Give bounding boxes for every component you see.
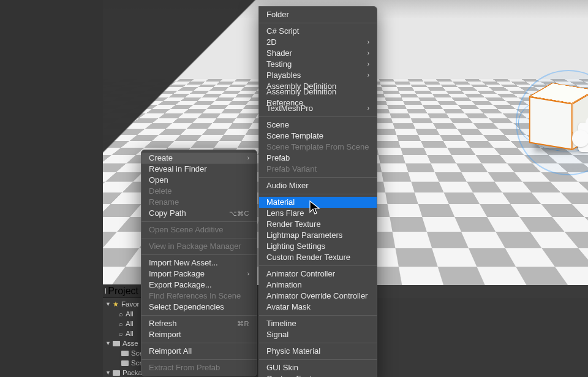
menu-separator <box>141 359 257 360</box>
menu-item[interactable]: Select Dependencies <box>141 302 257 313</box>
menu-item[interactable]: Playables› <box>259 70 377 81</box>
menu-item-label: Select Dependencies <box>149 302 224 313</box>
menu-separator <box>259 116 377 117</box>
project-tab-bar: Project <box>103 284 141 298</box>
menu-item: Open Scene Additive <box>141 224 257 235</box>
menu-item-label: Physic Material <box>266 346 320 357</box>
menu-item-label: Playables <box>266 70 301 81</box>
menu-separator <box>259 265 377 266</box>
menu-item-label: Reveal in Finder <box>149 164 207 175</box>
menu-separator <box>259 359 377 360</box>
menu-item[interactable]: GUI Skin <box>259 362 377 373</box>
menu-separator <box>141 238 257 238</box>
menu-item[interactable]: Lightmap Parameters <box>259 230 377 241</box>
menu-item-label: GUI Skin <box>266 362 298 373</box>
menu-item[interactable]: C# Script <box>259 26 377 37</box>
project-tab-label[interactable]: Project <box>108 286 138 297</box>
menu-item-label: Scene <box>266 120 289 131</box>
chevron-right-icon: › <box>368 103 369 114</box>
menu-item[interactable]: Create› <box>141 153 257 164</box>
menu-item-label: Testing <box>266 59 292 70</box>
menu-item-label: View in Package Manager <box>149 241 241 252</box>
menu-item-label: Avatar Mask <box>266 302 311 313</box>
menu-separator <box>259 194 377 194</box>
root: Project + ▼★Favor⌕All⌕All⌕All▼AsseSceScr… <box>0 0 588 377</box>
menu-item[interactable]: Refresh⌘R <box>141 318 257 329</box>
menu-item-label: Lens Flare <box>266 208 304 219</box>
menu-item-label: Scene Template From Scene <box>266 142 369 153</box>
menu-item-label: Open <box>149 175 168 186</box>
menu-item[interactable]: Lighting Settings <box>259 241 377 252</box>
menu-item[interactable]: Custom Render Texture <box>259 252 377 263</box>
create-submenu[interactable]: FolderC# Script2D›Shader›Testing›Playabl… <box>258 6 377 377</box>
menu-item[interactable]: Lens Flare <box>259 208 377 219</box>
menu-item[interactable]: Open <box>141 175 257 186</box>
menu-item-label: Rename <box>149 197 179 208</box>
menu-item[interactable]: Material <box>259 197 377 208</box>
menu-item: Delete <box>141 186 257 197</box>
menu-item: View in Package Manager <box>141 241 257 252</box>
menu-item[interactable]: Physic Material <box>259 346 377 357</box>
tree-label: Favor <box>121 300 139 308</box>
menu-item[interactable]: Prefab <box>259 153 377 164</box>
menu-item[interactable]: Animator Controller <box>259 268 377 280</box>
chevron-right-icon: › <box>247 153 249 164</box>
menu-item[interactable]: Animation <box>259 280 377 291</box>
menu-item[interactable]: Avatar Mask <box>259 302 377 313</box>
menu-item-label: Open Scene Additive <box>149 224 223 235</box>
menu-item[interactable]: Custom Font <box>259 373 377 377</box>
menu-item-label: Reimport <box>149 329 181 340</box>
tree-label: All <box>126 330 134 337</box>
menu-item-label: 2D <box>266 37 277 48</box>
menu-item[interactable]: 2D› <box>259 37 377 48</box>
tree-label: All <box>126 320 134 327</box>
selection-gizmo[interactable] <box>519 74 588 172</box>
menu-item: Scene Template From Scene <box>259 142 377 153</box>
menu-item[interactable]: Render Texture <box>259 219 377 230</box>
menu-item[interactable]: Reimport All <box>141 346 257 357</box>
camera-icon <box>578 123 588 152</box>
menu-item[interactable]: Scene <box>259 120 377 131</box>
menu-item-label: Create <box>149 153 173 164</box>
menu-item-label: Animator Controller <box>266 268 335 280</box>
menu-item-label: Animator Override Controller <box>266 291 368 302</box>
menu-item-label: Material <box>266 197 295 208</box>
menu-item-label: Export Package... <box>149 280 212 291</box>
menu-item: Extract From Prefab <box>141 362 257 373</box>
chevron-right-icon: › <box>247 268 249 280</box>
menu-item[interactable]: Export Package... <box>141 280 257 291</box>
menu-item[interactable]: Scene Template <box>259 131 377 142</box>
menu-item-label: Scene Template <box>266 131 323 142</box>
menu-item-label: Import New Asset... <box>149 257 218 268</box>
menu-item-label: Delete <box>149 186 172 197</box>
menu-item[interactable]: Reveal in Finder <box>141 164 257 175</box>
menu-item-label: TextMeshPro <box>266 103 313 114</box>
chevron-right-icon: › <box>368 37 369 48</box>
menu-item-label: Reimport All <box>149 346 192 357</box>
menu-separator <box>259 315 377 316</box>
menu-separator <box>141 343 257 343</box>
menu-item-label: Lighting Settings <box>266 241 325 252</box>
menu-item[interactable]: Folder <box>259 9 377 20</box>
viewport-shade <box>103 0 274 166</box>
menu-item[interactable]: Import New Asset... <box>141 257 257 268</box>
menu-item-label: Prefab <box>266 153 290 164</box>
menu-item[interactable]: Testing› <box>259 59 377 70</box>
menu-item[interactable]: Signal <box>259 329 377 340</box>
menu-item[interactable]: Copy Path⌥⌘C <box>141 208 257 219</box>
menu-item-label: Copy Path <box>149 208 186 219</box>
menu-item[interactable]: Import Package› <box>141 268 257 280</box>
menu-item[interactable]: Shader› <box>259 48 377 59</box>
menu-item[interactable]: Animator Override Controller <box>259 291 377 302</box>
menu-item[interactable]: Assembly Definition Reference <box>259 92 377 103</box>
menu-shortcut: ⌥⌘C <box>229 208 249 219</box>
chevron-right-icon: › <box>368 48 369 59</box>
context-menu[interactable]: Create›Reveal in FinderOpenDeleteRenameC… <box>141 150 257 376</box>
menu-item[interactable]: Timeline <box>259 318 377 329</box>
menu-item-label: Lightmap Parameters <box>266 230 342 241</box>
menu-separator <box>259 343 377 343</box>
menu-item[interactable]: Reimport <box>141 329 257 340</box>
menu-item[interactable]: Audio Mixer <box>259 180 377 191</box>
menu-separator <box>141 221 257 222</box>
menu-item-label: Folder <box>266 9 289 20</box>
